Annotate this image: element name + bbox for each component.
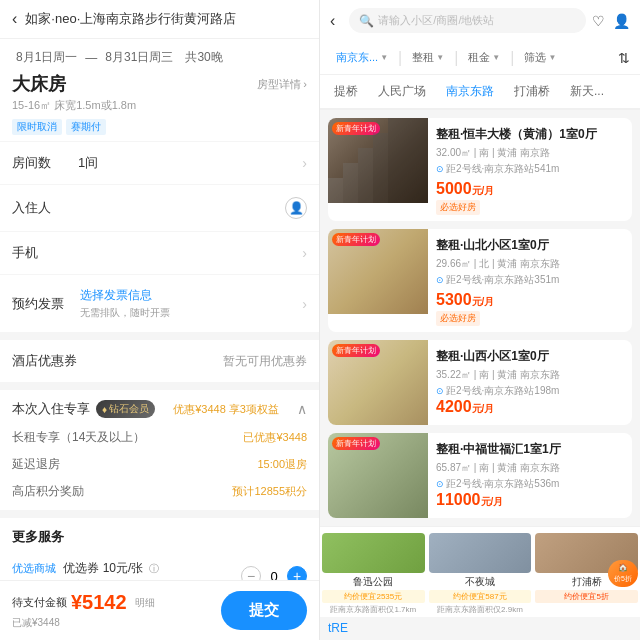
listing-metro-1: ⊙ 距2号线·南京东路站541m (436, 162, 624, 176)
map-dist-buyecheng: 距南京东路面积仅2.9km (427, 604, 534, 615)
listing-metro-2: ⊙ 距2号线·南京东路站351m (436, 273, 624, 287)
metro-dot-1: ⊙ (436, 164, 444, 174)
user-circle-icon[interactable]: 👤 (613, 13, 630, 29)
filter-tab-more[interactable]: 筛选 ▼ (518, 47, 562, 68)
loc-tab-qiaobei[interactable]: 提桥 (324, 75, 368, 108)
map-tag-dapu: 约价便宜5折 (535, 590, 638, 603)
member-badge: ♦ 钻石会员 (96, 400, 155, 418)
map-tag-luxun: 约价便宜2535元 (322, 590, 425, 603)
listing-metro-4: ⊙ 距2号线·南京东路站536m (436, 477, 624, 491)
right-icons: ♡ 👤 (592, 13, 630, 29)
listing-card-2[interactable]: 新青年计划 整租·山北小区1室0厅 29.66㎡ | 北 | 黄浦 南京东路 ⊙… (328, 229, 632, 332)
floating-label: 价5折 (614, 574, 632, 584)
coupon-value: 暂无可用优惠券 (223, 353, 307, 370)
hotel-name: 如家·neo·上海南京路步行街黄河路店 (25, 10, 307, 28)
listing-title-3: 整租·山西小区1室0厅 (436, 348, 624, 365)
listing-meta-2: 29.66㎡ | 北 | 黄浦 南京东路 (436, 257, 624, 271)
sort-icon[interactable]: ⇅ (618, 50, 630, 66)
discount-label: 优惠¥3448 享3项权益 (173, 402, 279, 417)
membership-section: 本次入住专享 ♦ 钻石会员 优惠¥3448 享3项权益 ∧ 长租专享（14天及以… (0, 390, 319, 518)
right-panel: ‹ 🔍 请输入小区/商圈/地铁站 ♡ 👤 南京东... ▼ | 整租 ▼ | 租… (320, 0, 640, 640)
diamond-icon: ♦ (102, 404, 107, 415)
listing-badge-4: 新青年计划 (332, 437, 380, 450)
loc-tab-dapu[interactable]: 打浦桥 (504, 75, 560, 108)
listing-price-2: 5300元/月 (436, 291, 494, 309)
nights-count: 共30晚 (185, 49, 222, 66)
map-item-buyecheng[interactable]: 不夜城 约价便宜587元 距南京东路面积仅2.9km (427, 533, 534, 615)
listing-img-2: 新青年计划 (328, 229, 428, 314)
listing-img-4: 新青年计划 (328, 433, 428, 518)
phone-arrow: › (302, 245, 307, 261)
map-img-luxun (322, 533, 425, 573)
listing-metro-3: ⊙ 距2号线·南京东路站198m (436, 384, 624, 398)
search-icon: 🔍 (359, 14, 374, 28)
floating-icon: 🏠 (618, 563, 628, 572)
right-back-button[interactable]: ‹ (330, 12, 335, 30)
room-detail-link[interactable]: 房型详情 › (257, 77, 307, 92)
service-price-label: 优选券 10元/张 (63, 561, 143, 575)
heart-icon[interactable]: ♡ (592, 13, 605, 29)
quality-badge-1: 必选好房 (436, 200, 480, 215)
listing-badge-3: 新青年计划 (332, 344, 380, 357)
filter-tab-price[interactable]: 租金 ▼ (462, 47, 506, 68)
listing-info-3: 整租·山西小区1室0厅 35.22㎡ | 南 | 黄浦 南京东路 ⊙ 距2号线·… (428, 340, 632, 425)
checkin-person-row[interactable]: 入住人 👤 (0, 185, 319, 232)
filter-tab-district[interactable]: 南京东... ▼ (330, 47, 394, 68)
room-count-value: 1间 (78, 154, 302, 172)
person-icon: 👤 (285, 197, 307, 219)
dates-section: 8月1日周一 — 8月31日周三 共30晚 大床房 房型详情 › 15-16㎡ … (0, 39, 319, 142)
loc-tab-newtian[interactable]: 新天... (560, 75, 614, 108)
filter-arrow-3: ▼ (492, 53, 500, 62)
listing-card-3[interactable]: 新青年计划 整租·山西小区1室0厅 35.22㎡ | 南 | 黄浦 南京东路 ⊙… (328, 340, 632, 425)
coupon-section[interactable]: 酒店优惠券 暂无可用优惠券 (0, 340, 319, 390)
phone-label: 手机 (12, 244, 62, 262)
back-button[interactable]: ‹ (12, 10, 17, 28)
listing-card-1[interactable]: 新青年计划 整租·恒丰大楼（黄浦）1室0厅 32.00㎡ | 南 | 黄浦 南京… (328, 118, 632, 221)
membership-toggle[interactable]: ∧ (297, 401, 307, 417)
listing-img-3: 新青年计划 (328, 340, 428, 425)
tre-label-container: tRE (320, 617, 640, 637)
map-dist-luxun: 距南京东路面积仅1.7km (320, 604, 427, 615)
invoice-label: 预约发票 (12, 295, 64, 313)
more-services-title: 更多服务 (0, 518, 319, 552)
filter-tabs: 南京东... ▼ | 整租 ▼ | 租金 ▼ | 筛选 ▼ ⇅ (320, 41, 640, 75)
location-tabs: 提桥 人民广场 南京东路 打浦桥 新天... (320, 75, 640, 110)
filter-tab-type[interactable]: 整租 ▼ (406, 47, 450, 68)
listing-list: 新青年计划 整租·恒丰大楼（黄浦）1室0厅 32.00㎡ | 南 | 黄浦 南京… (320, 110, 640, 526)
floating-expert-btn[interactable]: 🏠 价5折 (608, 560, 638, 587)
room-size: 15-16㎡ 床宽1.5m或1.8m (12, 98, 307, 113)
room-name: 大床房 (12, 72, 66, 96)
submit-button[interactable]: 提交 (221, 591, 307, 630)
membership-item-3: 高店积分奖励 预计12855积分 (0, 478, 319, 510)
right-top-bar: ‹ 🔍 请输入小区/商圈/地铁站 ♡ 👤 (320, 0, 640, 41)
listing-badge-2: 新青年计划 (332, 233, 380, 246)
detail-link[interactable]: 明细 (135, 596, 155, 610)
listing-card-4[interactable]: 新青年计划 整租·中福世福汇1室1厅 65.87㎡ | 南 | 黄浦 南京东路 … (328, 433, 632, 518)
total-amount: ¥5142 (71, 591, 127, 614)
filter-arrow-4: ▼ (548, 53, 556, 62)
map-tag-buyecheng: 约价便宜587元 (429, 590, 532, 603)
search-box[interactable]: 🔍 请输入小区/商圈/地铁站 (349, 8, 586, 33)
metro-dot-3: ⊙ (436, 386, 444, 396)
listing-price-3: 4200元/月 (436, 398, 494, 415)
coupon-label: 酒店优惠券 (12, 352, 77, 370)
map-name-luxun: 鲁迅公园 (320, 573, 427, 589)
map-item-luxun[interactable]: 鲁迅公园 约价便宜2535元 距南京东路面积仅1.7km (320, 533, 427, 615)
membership-item-2: 延迟退房 15:00退房 (0, 451, 319, 478)
tag-pay: 赛期付 (66, 119, 106, 135)
loc-tab-peoples-square[interactable]: 人民广场 (368, 75, 436, 108)
listing-meta-4: 65.87㎡ | 南 | 黄浦 南京东路 (436, 461, 624, 475)
listing-meta-1: 32.00㎡ | 南 | 黄浦 南京路 (436, 146, 624, 160)
loc-tab-nanjing-east[interactable]: 南京东路 (436, 75, 504, 110)
total-label: 待支付金额 (12, 595, 67, 610)
phone-row[interactable]: 手机 › (0, 232, 319, 275)
membership-title: 本次入住专享 (12, 400, 90, 418)
listing-info-4: 整租·中福世福汇1室1厅 65.87㎡ | 南 | 黄浦 南京东路 ⊙ 距2号线… (428, 433, 632, 518)
room-count-row[interactable]: 房间数 1间 › (0, 142, 319, 185)
invoice-row[interactable]: 预约发票 选择发票信息 无需排队，随时开票 › (0, 275, 319, 340)
membership-left: 本次入住专享 ♦ 钻石会员 (12, 400, 155, 418)
tag-cancel: 限时取消 (12, 119, 62, 135)
filter-arrow-2: ▼ (436, 53, 444, 62)
quality-badge-2: 必选好房 (436, 311, 480, 326)
checkin-person-label: 入住人 (12, 199, 62, 217)
